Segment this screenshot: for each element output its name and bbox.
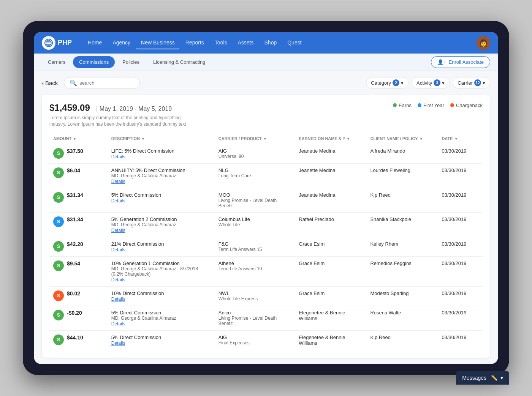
amount-value-4: $42.20 [67,241,83,247]
desc-title-8: 5% Direct Commission [111,334,211,340]
details-link-5[interactable]: Details [111,277,125,282]
category-chevron-icon: ▾ [401,80,404,86]
cell-date-7: 03/30/2019 [438,306,483,331]
search-icon: 🔍 [70,79,77,87]
nav-agency[interactable]: Agency [108,36,135,49]
cell-amount-3: S $31.34 [49,213,108,237]
row-icon-4: S [53,241,64,252]
nav-quest[interactable]: Quest [283,36,306,49]
details-link-3[interactable]: Details [111,228,125,233]
cell-carrier-1: NLG Long Term Care [215,164,295,188]
carrier-sub-0: Universal 90 [218,154,291,159]
main-card: $1,459.09 | May 1, 2019 - May 5, 2019 Lo… [42,95,490,358]
details-link-0[interactable]: Details [111,154,125,159]
header-earned-on: EARNED ON NAME & # ▾ [295,133,366,144]
earned-on-4: Grace Esim [299,241,325,247]
cell-carrier-0: AIG Universal 90 [215,144,295,164]
client-name-2: Kip Reed [370,192,390,198]
logo-icon [42,36,55,50]
legend: Earns First Year Chargeback [393,103,483,108]
sort-icon: ▾ [455,137,457,141]
details-link-8[interactable]: Details [111,341,125,346]
carrier-sub-1: Long Term Care [218,173,291,178]
carrier-filter-button[interactable]: Carrier 12 ▾ [453,77,490,88]
details-link-2[interactable]: Details [111,198,125,204]
table-row: S -$0.20 5% Direct Commission MD: George… [49,306,483,331]
desc-title-3: 5% Generation 2 Commission [111,216,211,222]
carrier-sub-2: Living Promise - Level Death Benefit [218,198,291,208]
table-row: S $42.20 21% Direct Commission Details F… [49,237,483,257]
details-link-7[interactable]: Details [111,321,125,327]
date-value-6: 03/30/2019 [442,290,466,296]
nav-shop[interactable]: Shop [260,36,282,49]
client-name-4: Kelley Rhem [370,241,398,247]
desc-sub-1: MD: George & Catalina Almaraz [111,173,211,178]
nav-reports[interactable]: Reports [181,36,209,49]
content-area: ‹ Back 🔍 Category 2 ▾ Activity 3 [34,71,498,364]
cell-date-4: 03/30/2019 [438,237,483,257]
cell-desc-2: 5% Direct Commission Details [108,188,215,213]
details-link-1[interactable]: Details [111,179,125,184]
row-icon-6: S [53,290,64,301]
tab-policies[interactable]: Policies [116,56,146,68]
carrier-name-6: NWL [218,290,291,296]
nav-new-business[interactable]: New Business [136,36,179,49]
commissions-table: AMOUNT ▾ DESCRIPTION ▾ CARRIER / PRODUCT… [49,133,483,350]
activity-filter-button[interactable]: Activity 3 ▾ [412,77,450,88]
row-icon-1: S [53,167,64,178]
category-filter-button[interactable]: Category 2 ▾ [366,77,408,88]
cell-desc-7: 5% Direct Commission MD: George & Catali… [108,306,215,331]
activity-label: Activity [416,80,432,86]
client-name-5: Remedios Feggins [370,260,411,266]
cell-client-4: Kelley Rhem [366,237,438,257]
tab-commissions[interactable]: Commissions [73,56,115,68]
date-value-3: 03/30/2019 [442,216,466,222]
carrier-name-5: Athene [218,260,291,266]
amount-value-2: $31.34 [67,192,83,198]
avatar[interactable]: 👩 [477,36,490,50]
category-label: Category [371,80,391,86]
nav-assets[interactable]: Assets [233,36,258,49]
nav-tools[interactable]: Tools [210,36,232,49]
search-box[interactable]: 🔍 [64,77,140,89]
amount-value-3: $31.34 [67,216,83,222]
cell-desc-1: ANNUITY: 5% Direct Commission MD: George… [108,164,215,188]
cell-carrier-5: Athene Term Life Answers 10 [215,257,295,287]
cell-earned-5: Grace Esim [295,257,366,287]
desc-title-4: 21% Direct Commission [111,241,211,247]
cell-carrier-8: AIG Final Expenses [215,331,295,350]
back-button[interactable]: ‹ Back [42,80,58,86]
subtitle: Lorem Ipsum is simply dummy text of the … [49,115,194,128]
cell-date-8: 03/30/2019 [438,331,483,350]
cell-date-3: 03/30/2019 [438,213,483,237]
tab-carriers[interactable]: Carriers [42,56,71,68]
cell-client-0: Alfreda Mirando [366,144,438,164]
cell-earned-3: Rafael Preciado [295,213,366,237]
cell-amount-7: S -$0.20 [49,306,108,331]
table-row: S $44.10 5% Direct Commission Details AI… [49,331,483,350]
cell-client-1: Lourdes Fleweling [366,164,438,188]
tab-licensing[interactable]: Licensing & Contracting [147,56,211,68]
cell-earned-7: Elegenetee & Bennie Williams [295,306,366,331]
activity-badge: 3 [434,79,440,86]
cell-earned-4: Grace Esim [295,237,366,257]
carrier-name-4: F&G [218,241,291,247]
amount-value-1: $6.04 [67,167,80,174]
earned-on-1: Jeanette Medina [299,167,335,173]
enroll-associate-button[interactable]: 👤+ Enroll Associate [431,56,490,68]
date-range: | May 1, 2019 - May 5, 2019 [96,106,172,112]
table-row: S $31.34 5% Generation 2 Commission MD: … [49,213,483,237]
details-link-6[interactable]: Details [111,297,125,302]
details-link-4[interactable]: Details [111,247,125,252]
row-icon-8: S [53,334,64,345]
desc-title-2: 5% Direct Commission [111,192,211,198]
legend-first-year: First Year [418,103,444,108]
nav-home[interactable]: Home [83,36,106,49]
cell-desc-3: 5% Generation 2 Commission MD: George & … [108,213,215,237]
date-value-5: 03/30/2019 [442,260,466,266]
search-input[interactable] [79,80,134,86]
sort-icon: ▾ [347,137,349,141]
table-row: S $0.02 10% Direct Commission Details NW… [49,287,483,306]
header-carrier: CARRIER / PRODUCT ▾ [215,133,295,144]
amount-value-8: $44.10 [67,334,83,341]
